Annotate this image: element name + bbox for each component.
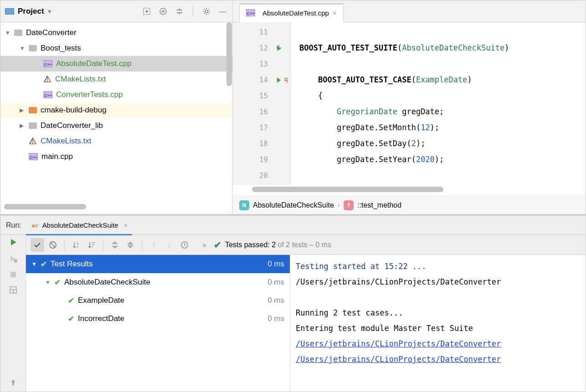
chevron-down-icon[interactable]: ▼ [31,261,39,267]
tab-label: AbsoluteDateTest.cpp [262,9,329,17]
tree-node-absolute-test[interactable]: C++AbsoluteDateTest.cpp [0,56,232,71]
divider [64,239,65,251]
chevron-right-icon[interactable]: ▶ [20,122,27,129]
rerun-failed-icon[interactable] [9,254,18,263]
show-passed-icon[interactable] [31,238,44,252]
run-gutter-icon[interactable] [275,76,290,84]
tree-node-boost[interactable]: ▼Boost_tests [0,41,232,56]
test-row-suite[interactable]: ▼✔AbsoluteDateCheckSuite0 ms [26,273,290,291]
sort-icon[interactable]: az [69,238,83,252]
chevron-right-icon[interactable]: ▶ [20,107,27,113]
project-tree[interactable]: ▼DateConverter ▼Boost_tests C++AbsoluteD… [0,22,232,202]
scrollbar-thumb[interactable] [226,22,232,86]
tree-node-main[interactable]: C++main.cpp [0,149,232,164]
folder-icon [29,122,37,129]
select-open-file-icon[interactable] [142,6,152,16]
chevron-down-icon[interactable]: ▼ [20,45,27,51]
line-number: 17 [259,123,268,132]
breadcrumb-item[interactable]: ::test_method [357,201,401,209]
chevron-down-icon[interactable]: ▼ [45,279,52,285]
run-label: Run: [6,221,21,229]
cpp-file-icon: C++ [29,153,38,160]
code-editor[interactable]: BOOST_AUTO_TEST_SUITE(AbsoluteDateCheckS… [291,22,586,185]
tree-label: cmake-build-debug [41,106,107,115]
test-time: 0 ms [267,296,284,305]
test-label: ExampleDate [78,296,124,305]
test-row-root[interactable]: ▼✔Test Results0 ms [26,255,290,273]
function-icon: f [344,200,354,210]
expand-all-icon[interactable] [108,238,122,252]
close-icon[interactable]: × [333,9,337,17]
run-panel: Run: BT AbsoluteDateCheckSuite × a [0,214,586,392]
expand-toolbar-icon[interactable]: » [202,241,206,249]
rerun-icon[interactable] [9,238,18,247]
collapse-all-icon[interactable] [175,6,185,16]
run-gutter-icon[interactable] [275,45,283,52]
scrollbar-vertical[interactable] [226,22,232,202]
hide-panel-icon[interactable]: — [218,6,228,16]
next-test-icon[interactable]: ↓ [162,238,176,252]
project-title[interactable]: Project [18,7,44,16]
stop-icon[interactable] [9,270,17,279]
summary-passed-count: 2 [272,241,276,249]
divider [103,239,103,251]
chevron-right-icon: › [338,201,340,209]
cmake-file-icon [29,137,37,145]
test-results-tree[interactable]: ▼✔Test Results0 ms ▼✔AbsoluteDateCheckSu… [26,255,290,392]
line-number: 14 [259,76,268,84]
run-config-name: AbsoluteDateCheckSuite [42,221,118,229]
breadcrumb-item[interactable]: AbsoluteDateCheckSuite [253,201,334,209]
project-panel: Project ▾ — ▼DateConverter ▼Boost_tests … [0,0,233,214]
summary-muted: of 2 tests – 0 ms [276,241,331,249]
tree-label: DateConverter [26,28,77,37]
editor-tab-absolute-test[interactable]: C++ AbsoluteDateTest.cpp × [239,3,344,22]
tree-node-converter-tests[interactable]: C++ConverterTests.cpp [0,87,232,102]
scrollbar-horizontal[interactable] [4,204,229,211]
svg-text:z: z [77,244,78,249]
collapse-all-icon[interactable] [123,238,137,252]
console-line: /Users/jetbrains/CLionProjects/DateConve… [296,277,501,286]
tree-node-lib[interactable]: ▶DateConverter_lib [0,118,232,133]
pin-icon[interactable] [9,379,17,387]
test-time: 0 ms [267,278,284,287]
prev-test-icon[interactable]: ↑ [147,238,160,252]
test-row-example[interactable]: ✔ExampleDate0 ms [26,291,290,310]
tree-node-cmake-build[interactable]: ▶cmake-build-debug [0,102,232,118]
editor-gutter[interactable]: 11 12 13 14 15 16 17 18 19 20 21 [233,22,291,185]
close-icon[interactable]: × [124,221,128,229]
line-number: 16 [259,107,268,116]
run-config-tab[interactable]: BT AbsoluteDateCheckSuite × [26,216,133,235]
run-gutter [0,235,26,392]
test-history-icon[interactable] [178,238,191,252]
console-link[interactable]: /Users/jetbrains/CLionProjects/DateConve… [296,339,501,348]
gear-icon[interactable] [201,6,211,16]
chevron-down-icon[interactable]: ▾ [48,7,51,15]
tree-label: DateConverter_lib [41,121,103,130]
test-row-incorrect[interactable]: ✔IncorrectDate0 ms [26,310,290,328]
tree-label: CMakeLists.txt [41,137,91,146]
tree-node-cmake2[interactable]: CMakeLists.txt [0,133,232,149]
scrollbar-thumb[interactable] [252,187,443,192]
test-label: IncorrectDate [78,314,124,323]
code-line: { [299,88,586,104]
scrollbar-horizontal[interactable] [239,187,579,193]
sort-duration-icon[interactable] [85,238,98,252]
code-line: GregorianDate gregDate; [299,104,586,120]
svg-point-5 [14,259,17,263]
expand-all-icon[interactable] [158,6,168,16]
show-ignored-icon[interactable] [46,238,60,252]
code-line [299,56,586,72]
test-output-console[interactable]: Testing started at 15:22 ... /Users/jetb… [290,255,586,392]
tree-node-cmake1[interactable]: CMakeLists.txt [0,71,232,87]
code-line: gregDate.SetMonth(12); [299,120,586,136]
editor-panel: C++ AbsoluteDateTest.cpp × 11 12 13 14 1… [233,0,586,214]
console-link[interactable]: /Users/jetbrains/CLionProjects/DateConve… [296,355,501,364]
chevron-down-icon[interactable]: ▼ [5,30,12,36]
tree-node-root[interactable]: ▼DateConverter [0,25,232,41]
tree-label: AbsoluteDateTest.cpp [56,59,131,68]
layout-icon[interactable] [9,286,17,294]
scrollbar-thumb[interactable] [4,204,86,209]
folder-icon [14,30,22,36]
test-summary: ✔ Tests passed: 2 of 2 tests – 0 ms [214,239,331,250]
cpp-file-icon: C++ [43,91,52,98]
